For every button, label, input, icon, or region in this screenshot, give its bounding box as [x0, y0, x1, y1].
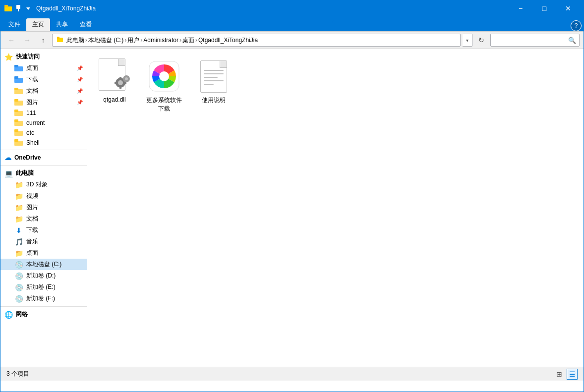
refresh-button[interactable]: ↻: [474, 34, 488, 47]
title-pin-icon: [14, 4, 22, 12]
svg-rect-6: [57, 37, 59, 39]
path-part-pc[interactable]: 此电脑: [66, 36, 84, 45]
list-item[interactable]: 更多系统软件下载: [142, 54, 186, 117]
sidebar-item-e-drive[interactable]: 💿 新加卷 (E:): [0, 281, 87, 293]
sidebar-divider-3: [0, 306, 87, 307]
this-pc-icon: 💻: [4, 169, 13, 177]
svg-rect-27: [119, 77, 121, 79]
search-input[interactable]: [494, 37, 568, 44]
tab-file[interactable]: 文件: [2, 18, 26, 31]
quick-access-label[interactable]: ⭐ 快速访问: [0, 51, 87, 62]
pin-icon: 📌: [77, 65, 83, 71]
sidebar-item-etc[interactable]: etc: [0, 128, 87, 138]
docs2-icon: 📁: [14, 215, 23, 223]
back-button[interactable]: ←: [4, 34, 18, 47]
pics-folder-icon: [14, 99, 23, 106]
window-title: Qtgaddll_XiTongZhiJia: [36, 5, 509, 12]
svg-point-24: [118, 80, 123, 85]
colorwheel-file-label: 更多系统软件下载: [144, 96, 184, 113]
network-icon: 🌐: [4, 311, 13, 319]
folder-current-icon: [14, 119, 23, 126]
pin-icon: 📌: [77, 100, 83, 105]
item-count: 3 个项目: [6, 370, 29, 378]
minimize-button[interactable]: −: [509, 0, 532, 16]
sidebar-item-video[interactable]: 📁 视频: [0, 190, 87, 202]
sidebar-item-desktop[interactable]: 📁 桌面: [0, 247, 87, 259]
address-dropdown-button[interactable]: ▾: [463, 34, 472, 47]
ribbon-chevron-icon[interactable]: ∧: [331, 18, 338, 31]
list-view-button[interactable]: ☰: [567, 369, 578, 380]
svg-point-26: [125, 77, 128, 80]
sidebar-item-music[interactable]: 🎵 音乐: [0, 236, 87, 247]
sidebar-item-downloads[interactable]: ⬇ 下载: [0, 224, 87, 236]
path-part-c[interactable]: 本地磁盘 (C:): [88, 36, 123, 45]
txt-file-icon: [196, 58, 232, 94]
sidebar-item-docs-qa[interactable]: 文档 📌: [0, 85, 87, 97]
svg-point-32: [159, 71, 169, 81]
svg-rect-10: [14, 76, 18, 79]
tab-home[interactable]: 主页: [26, 18, 50, 31]
this-pc-label[interactable]: 💻 此电脑: [0, 168, 87, 179]
svg-rect-22: [14, 139, 18, 142]
sidebar-item-desktop-qa[interactable]: 桌面 📌: [0, 62, 87, 74]
content-area: qtgad.dll: [87, 49, 584, 367]
tab-view[interactable]: 查看: [74, 18, 98, 31]
title-bar: Qtgaddll_XiTongZhiJia − □ ✕: [0, 0, 584, 16]
sidebar-item-d-drive[interactable]: 💿 新加卷 (D:): [0, 270, 87, 281]
c-drive-icon: 💿: [14, 261, 23, 269]
view-controls: ⊞ ☰: [554, 369, 578, 380]
close-button[interactable]: ✕: [557, 0, 580, 16]
grid-view-button[interactable]: ⊞: [554, 369, 565, 380]
path-part-folder[interactable]: Qtgaddll_XiTongZhiJia: [198, 37, 258, 44]
pin-icon: 📌: [77, 88, 83, 94]
search-box[interactable]: 🔍: [490, 34, 580, 47]
sidebar-item-docs[interactable]: 📁 文档: [0, 213, 87, 224]
forward-button[interactable]: →: [20, 34, 34, 47]
sidebar-item-current[interactable]: current: [0, 118, 87, 128]
window-controls: − □ ✕: [509, 0, 580, 16]
downloads-icon: ⬇: [14, 226, 23, 234]
path-part-admin[interactable]: Administrator: [143, 37, 178, 44]
list-item[interactable]: 使用说明: [191, 54, 236, 117]
tab-share[interactable]: 共享: [50, 18, 74, 31]
svg-rect-20: [14, 129, 18, 132]
download-folder-icon: [14, 76, 23, 83]
search-icon: 🔍: [568, 37, 576, 44]
svg-rect-8: [14, 65, 18, 67]
sidebar-item-3d[interactable]: 📁 3D 对象: [0, 179, 87, 190]
folder-111-icon: [14, 110, 23, 116]
music-icon: 🎵: [14, 238, 23, 246]
help-button[interactable]: ?: [571, 20, 582, 31]
folder-shell-icon: [14, 139, 23, 146]
colorwheel-icon: [146, 58, 182, 94]
sidebar-item-f-drive[interactable]: 💿 新加卷 (F:): [0, 293, 87, 304]
onedrive-item[interactable]: ☁ OneDrive: [0, 152, 87, 163]
up-button[interactable]: ↑: [36, 34, 50, 47]
video-icon: 📁: [14, 192, 23, 200]
sidebar-item-shell[interactable]: Shell: [0, 138, 87, 148]
svg-rect-12: [14, 88, 18, 90]
svg-rect-1: [4, 5, 8, 7]
desktop-folder-icon: [14, 65, 23, 72]
title-down-icon: [24, 4, 32, 12]
maximize-button[interactable]: □: [533, 0, 556, 16]
path-part-users[interactable]: 用户: [127, 36, 139, 45]
path-part-desktop[interactable]: 桌面: [182, 36, 194, 45]
svg-rect-3: [18, 9, 19, 11]
network-item[interactable]: 🌐 网络: [0, 309, 87, 320]
sidebar-item-c-drive[interactable]: 💿 本地磁盘 (C:): [0, 259, 87, 270]
address-icon: [57, 36, 63, 45]
svg-rect-29: [115, 82, 117, 84]
d-drive-icon: 💿: [14, 272, 23, 280]
sidebar-item-pics-qa[interactable]: 图片 📌: [0, 97, 87, 108]
sidebar: ⭐ 快速访问 桌面 📌 下载 📌 文档 📌: [0, 49, 87, 367]
sidebar-item-pics[interactable]: 📁 图片: [0, 202, 87, 213]
ribbon: 文件 主页 共享 查看 ∧ ?: [0, 16, 584, 32]
list-item[interactable]: qtgad.dll: [92, 54, 137, 117]
sidebar-item-111[interactable]: 111: [0, 108, 87, 118]
sidebar-item-downloads-qa[interactable]: 下载 📌: [0, 74, 87, 85]
folder-etc-icon: [14, 129, 23, 136]
address-path[interactable]: 此电脑 › 本地磁盘 (C:) › 用户 › Administrator › 桌…: [52, 34, 461, 47]
ribbon-tab-bar: 文件 主页 共享 查看 ∧ ?: [0, 16, 584, 31]
svg-marker-4: [26, 7, 30, 10]
